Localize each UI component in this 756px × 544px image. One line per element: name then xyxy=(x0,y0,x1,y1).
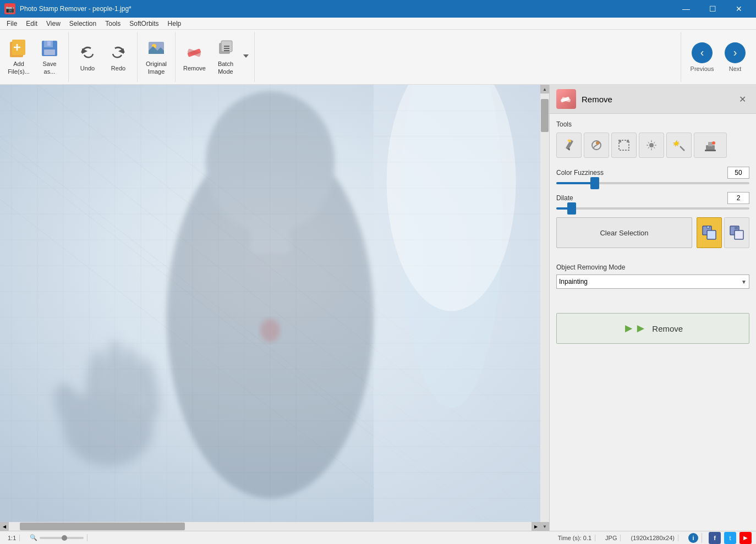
scroll-down-arrow[interactable]: ▼ xyxy=(540,522,549,531)
color-fuzziness-thumb[interactable] xyxy=(590,177,599,189)
color-fuzziness-value[interactable]: 50 xyxy=(727,167,749,179)
menu-view[interactable]: View xyxy=(42,19,65,29)
add-files-button[interactable]: Add File(s)... xyxy=(4,35,33,79)
dropdown-arrow-icon[interactable] xyxy=(242,52,250,60)
toolbox-title: Remove xyxy=(556,89,612,109)
toolbar: Add File(s)... Save as... xyxy=(0,30,756,85)
title-bar: 📷 Photo Stamp Remover - people-1.jpg* — … xyxy=(0,0,756,18)
menu-tools[interactable]: Tools xyxy=(101,19,125,29)
menu-selection[interactable]: Selection xyxy=(65,19,101,29)
toolbox-close-button[interactable]: ✕ xyxy=(736,93,749,106)
menu-file[interactable]: File xyxy=(2,19,21,29)
pencil-tool-button[interactable] xyxy=(556,133,582,158)
svg-rect-84 xyxy=(708,142,713,146)
menu-edit[interactable]: Edit xyxy=(21,19,42,29)
settings-tool-button[interactable] xyxy=(639,133,664,158)
window-title: Photo Stamp Remover - people-1.jpg* xyxy=(20,5,673,13)
save-as-button[interactable]: Save as... xyxy=(35,35,64,79)
zoom-slider[interactable] xyxy=(40,537,84,539)
svg-rect-89 xyxy=(707,226,709,228)
dilate-track[interactable] xyxy=(556,207,749,210)
color-fuzziness-label: Color Fuzziness xyxy=(556,169,604,177)
zoom-thumb[interactable] xyxy=(62,535,67,541)
file-tools-group: Add File(s)... Save as... xyxy=(0,32,69,82)
menu-bar: File Edit View Selection Tools SoftOrbit… xyxy=(0,18,756,30)
svg-point-80 xyxy=(649,143,654,147)
previous-icon: ‹ xyxy=(692,42,713,63)
dilate-thumb[interactable] xyxy=(567,202,576,215)
clear-selection-button[interactable]: Clear Selection xyxy=(556,217,692,248)
tools-section-label: Tools xyxy=(556,120,749,128)
youtube-icon[interactable]: ▶ xyxy=(739,532,752,544)
menu-softorbits[interactable]: SoftOrbits xyxy=(125,19,163,29)
rect-selection-tool-button[interactable] xyxy=(611,133,637,158)
svg-rect-78 xyxy=(619,140,621,142)
color-fuzziness-track[interactable] xyxy=(556,182,749,184)
scroll-track-h[interactable] xyxy=(9,522,532,531)
svg-rect-86 xyxy=(705,150,716,151)
twitter-icon[interactable]: t xyxy=(724,532,736,544)
object-removing-mode-value: Inpainting xyxy=(559,278,588,285)
next-button[interactable]: › Next xyxy=(719,35,752,79)
format-label: JPG xyxy=(605,535,617,541)
vertical-scrollbar[interactable]: ▲ ▼ xyxy=(540,85,549,531)
info-button[interactable]: i xyxy=(685,533,702,543)
sub-selection-button[interactable] xyxy=(724,217,749,248)
undo-button[interactable]: Undo xyxy=(73,35,102,79)
scroll-left-arrow[interactable]: ◀ xyxy=(0,522,9,531)
scroll-right-arrow[interactable]: ▶ xyxy=(532,522,540,531)
time-label: Time (s): 0.1 xyxy=(558,535,591,541)
resolution-label: (1920x1280x24) xyxy=(631,535,675,541)
stamp-tool-button[interactable] xyxy=(694,133,727,158)
dilate-value[interactable]: 2 xyxy=(727,192,749,204)
main-area: ▲ ▼ ◀ ▶ Remove xyxy=(0,85,756,531)
next-label: Next xyxy=(729,65,742,72)
add-files-label: Add File(s)... xyxy=(8,61,30,75)
remove-action-arrow-icon: ►► xyxy=(623,321,647,336)
spacer xyxy=(556,257,749,263)
tools-row xyxy=(556,133,749,158)
horizontal-scrollbar[interactable]: ◀ ▶ xyxy=(0,522,540,531)
menu-help[interactable]: Help xyxy=(163,19,186,29)
scroll-thumb-v[interactable] xyxy=(541,99,549,132)
remove-action-button[interactable]: ►► Remove xyxy=(556,313,749,344)
maximize-button[interactable]: ☐ xyxy=(700,0,725,18)
format-display: JPG xyxy=(602,535,621,541)
dilate-slider-container xyxy=(556,207,749,210)
canvas-area[interactable]: ▲ ▼ ◀ ▶ xyxy=(0,85,549,531)
close-button[interactable]: ✕ xyxy=(726,0,752,18)
edit-tools-group: Undo Redo xyxy=(69,32,138,82)
remove-button[interactable]: Remove xyxy=(180,35,209,79)
object-removing-mode-dropdown[interactable]: Inpainting ▼ xyxy=(556,274,749,289)
add-files-icon xyxy=(9,39,29,58)
add-selection-button[interactable] xyxy=(697,217,722,248)
zoom-icon: 🔍 xyxy=(30,534,37,541)
scroll-thumb-h[interactable] xyxy=(20,523,185,530)
action-row: Clear Selection xyxy=(556,217,749,248)
eraser-tool-button[interactable] xyxy=(584,133,609,158)
time-display: Time (s): 0.1 xyxy=(555,535,595,541)
toolbox-remove-icon xyxy=(556,89,576,109)
magic-wand-tool-button[interactable] xyxy=(666,133,692,158)
svg-line-81 xyxy=(680,146,684,151)
save-as-label: Save as... xyxy=(42,61,56,75)
svg-marker-19 xyxy=(243,54,249,58)
original-image-button[interactable]: Original Image xyxy=(142,35,171,79)
batch-mode-button[interactable]: Batch Mode xyxy=(211,35,240,79)
clear-selection-label: Clear Selection xyxy=(600,229,648,237)
zoom-control: 🔍 xyxy=(26,534,87,541)
image-canvas xyxy=(0,85,540,531)
object-removing-mode-section: Object Removing Mode Inpainting ▼ xyxy=(556,263,749,289)
svg-point-76 xyxy=(596,141,599,145)
redo-button[interactable]: Redo xyxy=(104,35,133,79)
scroll-up-arrow[interactable]: ▲ xyxy=(540,85,549,94)
scroll-track-v[interactable] xyxy=(540,94,549,522)
minimize-button[interactable]: — xyxy=(673,0,699,18)
previous-label: Previous xyxy=(691,65,714,72)
app-icon: 📷 xyxy=(4,3,15,14)
undo-label: Undo xyxy=(80,65,95,72)
redo-label: Redo xyxy=(111,65,125,72)
previous-button[interactable]: ‹ Previous xyxy=(686,35,719,79)
facebook-icon[interactable]: f xyxy=(709,532,721,544)
nav-group: ‹ Previous › Next xyxy=(681,32,756,82)
